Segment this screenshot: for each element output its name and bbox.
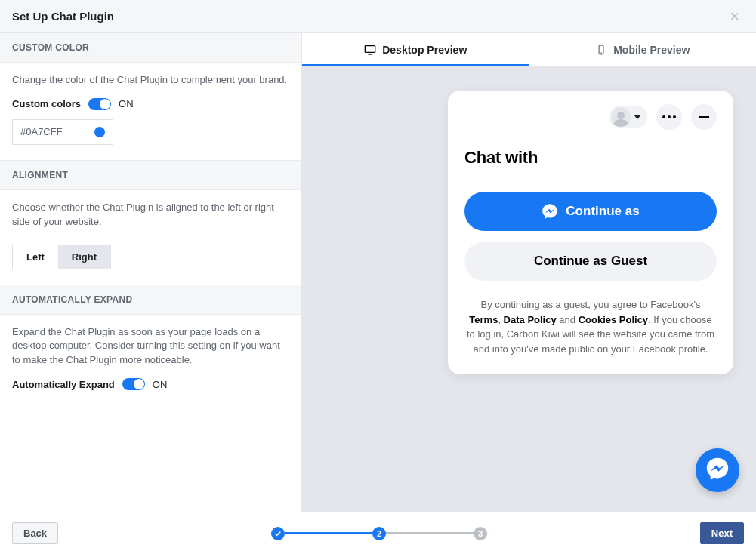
more-options-button[interactable] <box>656 104 682 130</box>
dialog-body: CUSTOM COLOR Change the color of the Cha… <box>0 33 756 512</box>
alignment-heading: ALIGNMENT <box>0 160 301 190</box>
auto-expand-label: Automatically Expand <box>12 379 115 390</box>
minimize-button[interactable] <box>691 104 717 130</box>
step-3-dot: 3 <box>474 527 487 540</box>
svg-rect-0 <box>366 45 375 52</box>
tab-desktop-preview[interactable]: Desktop Preview <box>302 33 529 66</box>
custom-colors-state: ON <box>119 98 134 109</box>
auto-expand-description: Expand the Chat Plugin as soon as your p… <box>12 325 289 368</box>
settings-sidebar: CUSTOM COLOR Change the color of the Cha… <box>0 33 302 512</box>
alignment-section: Choose whether the Chat Plugin is aligne… <box>0 190 301 285</box>
preview-pane: Desktop Preview Mobile Preview <box>302 33 756 512</box>
alignment-segmented: Left Right <box>12 245 111 269</box>
dialog-title: Set Up Chat Plugin <box>12 10 114 23</box>
chat-card: Chat with Continue as Continue as Guest … <box>448 91 733 374</box>
color-swatch <box>94 127 105 137</box>
step-2-dot: 2 <box>372 527 386 540</box>
messenger-icon <box>542 203 558 220</box>
continue-as-user-button[interactable]: Continue as <box>464 192 717 231</box>
next-button[interactable]: Next <box>700 522 744 544</box>
fineprint: By continuing as a guest, you agree to F… <box>464 297 717 356</box>
alignment-right-button[interactable]: Right <box>58 245 110 269</box>
custom-colors-toggle[interactable] <box>88 98 111 110</box>
avatar-icon <box>611 107 631 127</box>
custom-color-description: Change the color of the Chat Plugin to c… <box>12 73 289 88</box>
custom-color-section: Change the color of the Chat Plugin to c… <box>0 63 301 160</box>
chevron-down-icon <box>634 115 641 119</box>
step-1-dot <box>271 527 285 540</box>
mobile-icon <box>595 44 607 56</box>
custom-color-toggle-row: Custom colors ON <box>12 98 289 110</box>
messenger-fab[interactable] <box>696 448 739 492</box>
color-value: #0A7CFF <box>20 126 88 137</box>
continue-as-user-label: Continue as <box>566 204 639 219</box>
tab-mobile-label: Mobile Preview <box>613 44 690 56</box>
step-bar-2-3 <box>386 532 474 534</box>
svg-point-3 <box>601 52 602 53</box>
alignment-left-button[interactable]: Left <box>13 245 58 269</box>
minimize-icon <box>699 116 709 118</box>
custom-colors-label: Custom colors <box>12 98 81 109</box>
alignment-description: Choose whether the Chat Plugin is aligne… <box>12 201 289 229</box>
back-button[interactable]: Back <box>12 522 58 544</box>
messenger-icon <box>705 457 730 484</box>
tab-mobile-preview[interactable]: Mobile Preview <box>529 33 757 66</box>
color-input[interactable]: #0A7CFF <box>12 119 113 145</box>
chat-title: Chat with <box>464 148 717 168</box>
terms-link[interactable]: Terms <box>469 314 498 325</box>
dialog-header: Set Up Chat Plugin × <box>0 0 756 33</box>
progress-stepper: 2 3 <box>271 527 487 540</box>
auto-expand-state: ON <box>153 379 168 390</box>
chat-card-buttons <box>464 104 717 130</box>
preview-area: Chat with Continue as Continue as Guest … <box>302 66 756 512</box>
preview-tabs: Desktop Preview Mobile Preview <box>302 33 756 66</box>
cookies-policy-link[interactable]: Cookies Policy <box>579 314 648 325</box>
dialog-footer: Back 2 3 Next <box>0 512 756 554</box>
auto-expand-toggle[interactable] <box>122 378 145 390</box>
desktop-icon <box>364 44 376 56</box>
continue-as-guest-label: Continue as Guest <box>534 254 647 269</box>
auto-expand-section: Expand the Chat Plugin as soon as your p… <box>0 315 301 406</box>
close-button[interactable]: × <box>725 5 744 28</box>
auto-expand-heading: AUTOMATICALLY EXPAND <box>0 285 301 315</box>
continue-as-guest-button[interactable]: Continue as Guest <box>464 242 717 281</box>
tab-desktop-label: Desktop Preview <box>382 44 467 56</box>
auto-expand-toggle-row: Automatically Expand ON <box>12 378 289 390</box>
avatar-dropdown[interactable] <box>609 106 647 128</box>
custom-color-heading: CUSTOM COLOR <box>0 33 301 63</box>
check-icon <box>274 530 282 537</box>
data-policy-link[interactable]: Data Policy <box>504 314 557 325</box>
step-bar-1-2 <box>285 532 372 534</box>
